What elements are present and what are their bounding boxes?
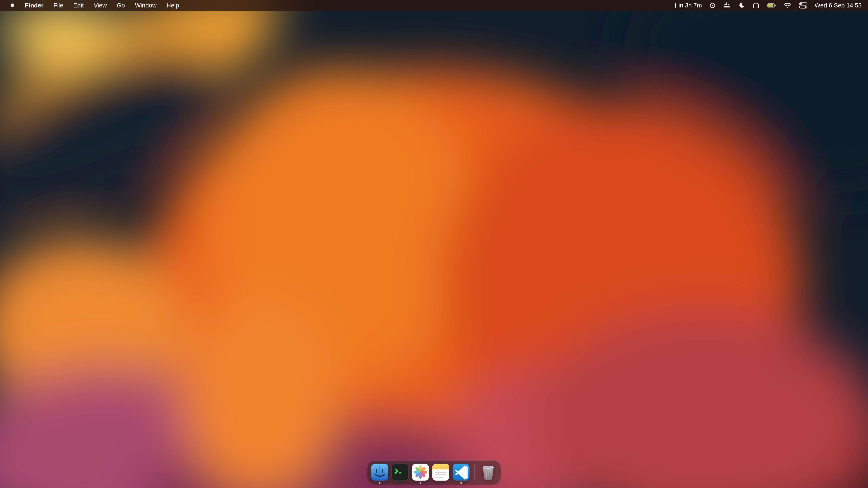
status-clock[interactable]: Wed 6 Sep 14:53	[815, 0, 862, 11]
dock-item-finder[interactable]	[371, 463, 389, 481]
finder-app-icon	[371, 463, 389, 481]
menu-edit[interactable]: Edit	[68, 0, 89, 11]
running-indicator-dot	[420, 482, 421, 484]
status-focus[interactable]	[738, 0, 745, 11]
status-wifi[interactable]	[783, 0, 792, 11]
headphones-icon	[752, 2, 760, 9]
terminal-app-icon	[391, 463, 409, 481]
menu-app-name[interactable]: Finder	[20, 0, 49, 11]
vscode-app-icon	[452, 463, 470, 481]
dock-separator	[474, 464, 475, 480]
ring-icon	[709, 2, 716, 9]
menu-help[interactable]: Help	[162, 0, 184, 11]
notes-app-icon	[432, 463, 450, 481]
apple-logo-icon	[9, 2, 16, 9]
moon-focus-icon	[738, 2, 745, 9]
dock-item-trash[interactable]	[479, 463, 497, 481]
running-indicator-dot	[460, 482, 462, 484]
control-center-icon	[799, 2, 807, 8]
dock-item-vscode[interactable]	[452, 463, 470, 481]
status-docker[interactable]	[723, 0, 731, 11]
menu-view[interactable]: View	[89, 0, 112, 11]
dock	[367, 460, 501, 485]
battery-icon	[767, 2, 776, 8]
menu-bar: Finder File Edit View Go Window Help in …	[0, 0, 868, 11]
running-indicator-dot	[379, 482, 381, 484]
status-battery[interactable]	[767, 0, 776, 11]
wifi-icon	[783, 2, 792, 8]
desktop-wallpaper	[0, 0, 868, 488]
apple-menu[interactable]	[5, 0, 20, 11]
dock-item-notes[interactable]	[432, 463, 450, 481]
timer-bar-icon	[674, 2, 676, 9]
status-timer[interactable]: in 3h 7m	[674, 0, 702, 11]
docker-whale-icon	[723, 2, 731, 8]
menu-file[interactable]: File	[49, 0, 68, 11]
status-timer-label: in 3h 7m	[679, 2, 702, 9]
menu-bar-left: Finder File Edit View Go Window Help	[0, 0, 184, 11]
dock-item-terminal[interactable]	[391, 463, 409, 481]
menu-go[interactable]: Go	[112, 0, 130, 11]
photos-app-icon	[412, 463, 429, 481]
status-headphones[interactable]	[752, 0, 760, 11]
status-control-center[interactable]	[799, 0, 807, 11]
menu-window[interactable]: Window	[130, 0, 162, 11]
menu-bar-status: in 3h 7m	[674, 0, 868, 11]
status-ring[interactable]	[709, 0, 716, 11]
dock-item-photos[interactable]	[412, 463, 429, 481]
trash-icon	[479, 463, 497, 481]
